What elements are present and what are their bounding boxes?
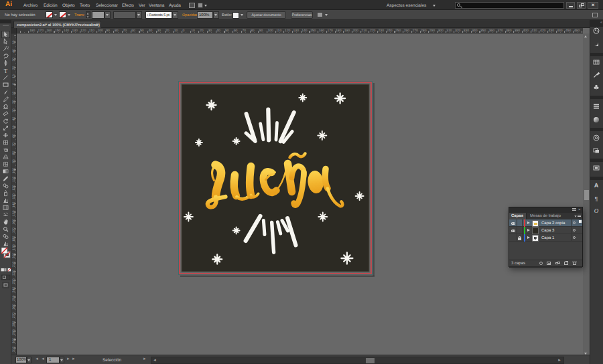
svg-text:10: 10 [12, 74, 16, 78]
svg-text:280: 280 [12, 321, 16, 327]
svg-text:40: 40 [12, 49, 16, 53]
svg-text:300: 300 [12, 338, 16, 344]
svg-text:120: 120 [12, 185, 16, 191]
svg-text:0: 0 [12, 83, 16, 85]
svg-text:50: 50 [12, 40, 16, 44]
svg-text:80: 80 [12, 151, 16, 155]
svg-text:270: 270 [12, 312, 16, 318]
svg-text:250: 250 [12, 295, 16, 301]
svg-text:190: 190 [12, 244, 16, 250]
svg-text:20: 20 [12, 66, 16, 70]
svg-text:50: 50 [12, 125, 16, 129]
svg-text:210: 210 [12, 261, 16, 267]
svg-text:60: 60 [12, 134, 16, 138]
svg-text:140: 140 [12, 202, 16, 208]
svg-text:20: 20 [12, 100, 16, 104]
svg-text:130: 130 [12, 193, 16, 199]
svg-text:90: 90 [12, 159, 16, 163]
svg-text:240: 240 [12, 287, 16, 293]
svg-text:110: 110 [12, 176, 16, 181]
svg-text:¶: ¶ [595, 195, 598, 202]
svg-text:40: 40 [12, 117, 16, 121]
svg-text:160: 160 [12, 219, 16, 225]
svg-text:200: 200 [12, 253, 16, 259]
svg-text:100: 100 [12, 168, 16, 174]
svg-text:150: 150 [12, 210, 16, 216]
svg-text:T: T [4, 68, 8, 74]
svg-text:220: 220 [12, 270, 16, 276]
svg-text:O: O [594, 207, 599, 214]
svg-text:230: 230 [12, 278, 16, 284]
svg-text:310: 310 [12, 346, 16, 352]
svg-text:70: 70 [12, 143, 16, 147]
svg-text:180: 180 [12, 236, 16, 242]
svg-text:30: 30 [12, 108, 16, 112]
svg-text:170: 170 [12, 227, 16, 234]
svg-text:10: 10 [12, 91, 16, 95]
svg-text:30: 30 [12, 58, 16, 62]
svg-text:290: 290 [12, 329, 16, 335]
svg-text:A: A [594, 182, 599, 189]
svg-text:260: 260 [12, 304, 16, 310]
